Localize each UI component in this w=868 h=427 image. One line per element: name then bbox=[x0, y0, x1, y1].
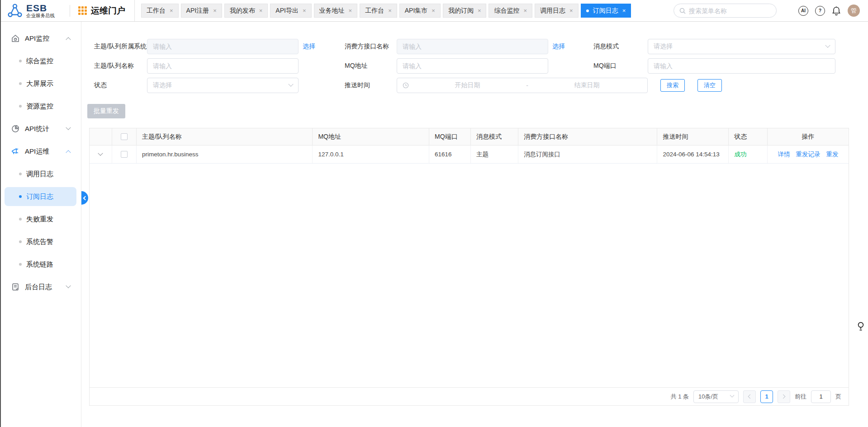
floating-pin-icon[interactable] bbox=[857, 322, 864, 332]
chevron-right-icon bbox=[781, 394, 786, 399]
filter-label-topic-name: 主题/队列名称 bbox=[94, 62, 147, 70]
current-page-button[interactable]: 1 bbox=[760, 390, 773, 403]
col-actions: 操作 bbox=[768, 128, 849, 145]
mq-address-input[interactable] bbox=[397, 58, 548, 74]
item-label: 失败重发 bbox=[26, 215, 53, 224]
consumer-name-select-link[interactable]: 选择 bbox=[552, 42, 565, 51]
chevron-left-icon bbox=[748, 394, 753, 399]
search-button[interactable]: 搜索 bbox=[660, 79, 685, 92]
next-page-button[interactable] bbox=[778, 390, 790, 403]
sidebar-item-resource-monitor[interactable]: 资源监控 bbox=[0, 95, 81, 117]
sidebar-section-backend-log[interactable]: 后台日志 bbox=[0, 276, 81, 298]
help-icon[interactable]: ? bbox=[815, 6, 825, 16]
sidebar-item-system-alarm[interactable]: 系统告警 bbox=[0, 230, 81, 253]
mq-port-input[interactable] bbox=[648, 58, 835, 74]
tab-composite-monitor[interactable]: 综合监控× bbox=[489, 4, 532, 18]
mq-address-input-field[interactable] bbox=[403, 62, 542, 70]
resend-link[interactable]: 重发 bbox=[826, 150, 839, 159]
close-icon[interactable]: × bbox=[213, 7, 217, 14]
col-message-mode: 消息模式 bbox=[471, 128, 518, 145]
sidebar-item-subscribe-log[interactable]: 订阅日志 bbox=[5, 187, 76, 206]
mq-port-input-field[interactable] bbox=[654, 62, 830, 70]
row-select-cell bbox=[112, 145, 137, 163]
consumer-name-input[interactable] bbox=[397, 39, 548, 54]
detail-link[interactable]: 详情 bbox=[778, 150, 790, 159]
tab-call-log[interactable]: 调用日志× bbox=[535, 4, 579, 18]
page-size-select[interactable]: 10条/页 bbox=[693, 390, 739, 403]
chevron-down-icon bbox=[66, 283, 71, 288]
tab-api-export[interactable]: API导出× bbox=[270, 4, 311, 18]
select-placeholder: 请选择 bbox=[654, 42, 673, 51]
goto-page-input[interactable] bbox=[811, 390, 831, 403]
help-label: ? bbox=[819, 8, 821, 13]
tab-my-publish[interactable]: 我的发布× bbox=[224, 4, 268, 18]
col-consumer-name: 消费方接口名称 bbox=[518, 128, 658, 145]
consumer-name-input-field[interactable] bbox=[403, 43, 542, 50]
tab-label: 业务地址 bbox=[319, 7, 345, 15]
batch-resend-button[interactable]: 批量重发 bbox=[87, 104, 125, 118]
tab-workbench-2[interactable]: 工作台× bbox=[360, 4, 397, 18]
select-all-checkbox[interactable] bbox=[121, 133, 128, 140]
portal-brand: 运维门户 bbox=[70, 5, 134, 17]
tab-workbench-1[interactable]: 工作台× bbox=[141, 4, 179, 18]
close-icon[interactable]: × bbox=[349, 7, 352, 14]
sidebar-item-call-log[interactable]: 调用日志 bbox=[0, 163, 81, 185]
tab-business-address[interactable]: 业务地址× bbox=[314, 4, 358, 18]
topic-name-input-field[interactable] bbox=[153, 62, 293, 70]
close-icon[interactable]: × bbox=[523, 7, 527, 14]
sidebar-section-api-ops[interactable]: API运维 bbox=[0, 140, 81, 163]
pie-chart-icon bbox=[11, 125, 19, 133]
sidebar-item-big-screen[interactable]: 大屏展示 bbox=[0, 72, 81, 95]
close-icon[interactable]: × bbox=[478, 7, 481, 14]
push-time-range-picker[interactable]: 开始日期 - 结束日期 bbox=[397, 78, 648, 93]
tab-api-market[interactable]: API集市× bbox=[399, 4, 441, 18]
logo-subtitle: 企业服务总线 bbox=[26, 13, 55, 18]
tab-label: 调用日志 bbox=[540, 7, 565, 15]
end-date-placeholder[interactable]: 结束日期 bbox=[532, 81, 642, 89]
search-input[interactable] bbox=[689, 7, 771, 14]
tab-api-register[interactable]: API注册× bbox=[181, 4, 222, 18]
sidebar-item-composite-monitor[interactable]: 综合监控 bbox=[0, 50, 81, 72]
message-mode-select[interactable]: 请选择 bbox=[648, 39, 835, 54]
bell-icon[interactable] bbox=[832, 6, 841, 16]
close-icon[interactable]: × bbox=[303, 7, 306, 14]
close-icon[interactable]: × bbox=[259, 7, 263, 14]
close-icon[interactable]: × bbox=[432, 7, 435, 14]
tab-my-subscription[interactable]: 我的订阅× bbox=[443, 4, 487, 18]
sidebar-section-api-monitor[interactable]: API监控 bbox=[0, 27, 81, 50]
close-icon[interactable]: × bbox=[622, 7, 626, 14]
col-mq-address: MQ地址 bbox=[313, 128, 429, 145]
filter-label-push-time: 推送时间 bbox=[345, 81, 397, 89]
menu-search-box[interactable] bbox=[674, 4, 777, 18]
expand-chevron-icon[interactable] bbox=[98, 150, 103, 155]
resend-record-link[interactable]: 重发记录 bbox=[796, 150, 821, 159]
start-date-placeholder[interactable]: 开始日期 bbox=[413, 81, 522, 89]
tab-subscribe-log-active[interactable]: 订阅日志× bbox=[581, 4, 631, 18]
sidebar-section-api-stats[interactable]: API统计 bbox=[0, 117, 81, 140]
topic-system-select-link[interactable]: 选择 bbox=[303, 42, 315, 51]
top-header: ESB 企业服务总线 运维门户 工作台× API注册× 我的发布× API导出×… bbox=[0, 0, 868, 22]
row-checkbox[interactable] bbox=[121, 151, 128, 158]
close-icon[interactable]: × bbox=[569, 7, 573, 14]
sidebar-item-failed-resend[interactable]: 失败重发 bbox=[0, 208, 81, 230]
tab-label: API集市 bbox=[405, 7, 428, 15]
clear-button[interactable]: 清空 bbox=[697, 79, 722, 92]
topic-system-input[interactable] bbox=[147, 39, 299, 54]
prev-page-button[interactable] bbox=[743, 390, 756, 403]
date-separator: - bbox=[526, 82, 528, 89]
topic-name-input[interactable] bbox=[147, 58, 299, 74]
user-avatar[interactable]: 管 bbox=[848, 5, 860, 17]
status-select[interactable]: 请选择 bbox=[147, 78, 299, 93]
document-log-icon bbox=[11, 283, 19, 291]
table-header-row: 主题/队列名称 MQ地址 MQ端口 消息模式 消费方接口名称 推送时间 状态 操… bbox=[90, 128, 849, 145]
tab-label: API导出 bbox=[275, 7, 299, 15]
close-icon[interactable]: × bbox=[170, 7, 173, 14]
item-label: 综合监控 bbox=[26, 57, 53, 66]
topic-system-input-field[interactable] bbox=[153, 43, 293, 50]
close-icon[interactable]: × bbox=[388, 7, 392, 14]
ai-assistant-icon[interactable]: AI bbox=[798, 6, 808, 16]
cell-consumer-name: 消息订阅接口 bbox=[518, 145, 658, 163]
chevron-down-icon bbox=[730, 393, 735, 398]
tab-label: 订阅日志 bbox=[593, 7, 618, 15]
sidebar-item-system-link[interactable]: 系统链路 bbox=[0, 253, 81, 276]
